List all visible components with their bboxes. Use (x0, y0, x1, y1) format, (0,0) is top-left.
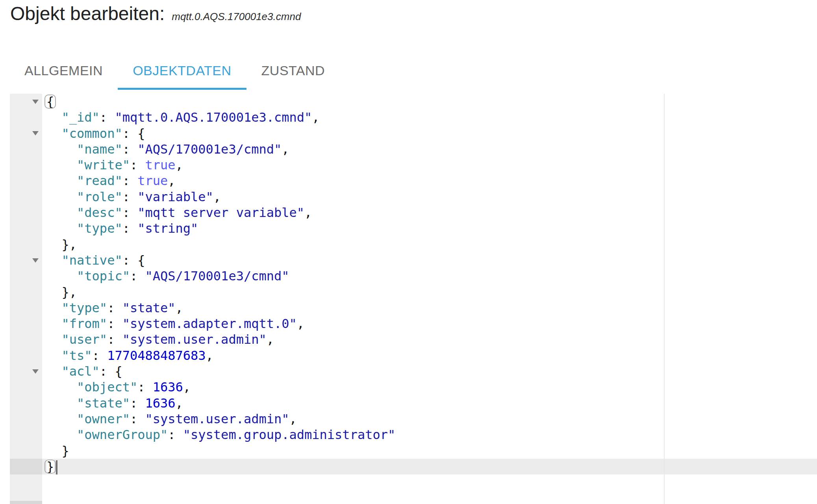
code-token (46, 126, 62, 141)
code-token: , (213, 189, 221, 204)
code-token (46, 364, 62, 379)
json-string-value: "system.user.admin" (145, 411, 289, 426)
tab-allgemein[interactable]: ALLGEMEIN (9, 51, 118, 90)
code-line[interactable]: "write": true, (46, 157, 817, 173)
json-key: "write" (77, 158, 130, 172)
code-token: : (107, 316, 122, 331)
json-key: "object" (77, 380, 137, 395)
json-key: "read" (77, 173, 122, 188)
code-token: : (92, 348, 107, 363)
code-line[interactable]: "user": "system.user.admin", (46, 332, 817, 347)
code-token (46, 269, 77, 284)
fold-chevron-down-icon[interactable] (32, 100, 39, 104)
code-token: : (107, 300, 122, 315)
fold-chevron-down-icon[interactable] (32, 131, 39, 135)
json-string-value: "AQS/170001e3/cmnd" (145, 269, 289, 284)
code-line[interactable]: "type": "state", (46, 300, 817, 316)
code-line[interactable]: "acl": { (46, 363, 817, 379)
gutter-row (10, 459, 42, 474)
tab-zustand[interactable]: ZUSTAND (246, 51, 340, 90)
code-line[interactable]: "state": 1636, (46, 395, 817, 411)
tab-label: OBJEKTDATEN (133, 63, 231, 78)
tab-objektdaten[interactable]: OBJEKTDATEN (118, 51, 246, 90)
tab-label: ALLGEMEIN (24, 63, 103, 78)
code-token (46, 110, 62, 125)
code-token: : (122, 173, 138, 188)
fold-chevron-down-icon[interactable] (32, 369, 39, 374)
json-key: "type" (62, 300, 107, 315)
code-token: : (130, 396, 145, 411)
code-token: : (100, 110, 115, 125)
code-line[interactable]: "desc": "mqtt server variable", (46, 205, 817, 220)
code-token (46, 205, 77, 220)
code-line[interactable]: "read": true, (46, 173, 817, 189)
tab-label: ZUSTAND (261, 63, 325, 78)
code-token (46, 411, 77, 426)
code-token: , (206, 348, 213, 363)
code-token (46, 348, 62, 363)
code-line[interactable]: "type": "string" (46, 220, 817, 236)
json-boolean-value: true (137, 173, 168, 188)
code-token: : { (122, 126, 145, 141)
code-line[interactable]: "ts": 1770488487683, (46, 348, 817, 363)
code-token: : { (122, 253, 145, 268)
code-token: , (183, 380, 191, 395)
gutter-row (10, 252, 42, 268)
fold-chevron-down-icon[interactable] (32, 258, 39, 263)
code-token (46, 316, 62, 331)
print-margin-line (664, 94, 665, 504)
code-line[interactable]: "role": "variable", (46, 189, 817, 205)
gutter-bottom-strip (10, 501, 42, 504)
code-token (46, 189, 77, 204)
code-line[interactable]: "owner": "system.user.admin", (46, 411, 817, 427)
code-line[interactable]: "_id": "mqtt.0.AQS.170001e3.cmnd", (46, 109, 817, 125)
json-key: "role" (77, 189, 122, 204)
code-token: , (267, 332, 274, 347)
code-token: , (289, 411, 297, 426)
code-line[interactable]: "name": "AQS/170001e3/cmnd", (46, 141, 817, 157)
json-editor[interactable]: { "_id": "mqtt.0.AQS.170001e3.cmnd", "co… (10, 94, 817, 504)
code-token (46, 396, 77, 411)
json-key: "ownerGroup" (77, 427, 168, 442)
code-token: : (130, 158, 145, 172)
gutter-row (10, 427, 42, 443)
code-line[interactable]: { (46, 94, 817, 109)
code-line[interactable]: }, (46, 284, 817, 300)
object-id: mqtt.0.AQS.170001e3.cmnd (172, 11, 301, 23)
code-line[interactable]: "common": { (46, 126, 817, 141)
json-string-value: "system.adapter.mqtt.0" (122, 316, 297, 331)
code-line[interactable]: } (46, 443, 817, 459)
dialog-header: Objekt bearbeiten: mqtt.0.AQS.170001e3.c… (10, 2, 301, 25)
code-line[interactable]: "object": 1636, (46, 379, 817, 395)
code-line[interactable]: }, (46, 237, 817, 252)
json-key: "native" (62, 253, 122, 268)
code-token (46, 173, 77, 188)
code-token: : (122, 221, 138, 236)
code-line[interactable]: "topic": "AQS/170001e3/cmnd" (46, 268, 817, 284)
code-token (46, 427, 77, 442)
code-token: }, (46, 237, 77, 252)
editor-content[interactable]: { "_id": "mqtt.0.AQS.170001e3.cmnd", "co… (46, 94, 817, 474)
code-token: : { (100, 364, 122, 379)
gutter-row (10, 379, 42, 395)
code-line[interactable]: "native": { (46, 252, 817, 268)
gutter-row (10, 205, 42, 220)
json-number-value: 1636 (145, 396, 175, 411)
gutter-row (10, 126, 42, 141)
code-token: : (122, 205, 138, 220)
code-token: , (168, 173, 175, 188)
gutter-row (10, 94, 42, 109)
code-token: : (107, 332, 122, 347)
code-token: : (130, 269, 145, 284)
code-line-active[interactable]: } (42, 459, 817, 474)
json-number-value: 1636 (153, 380, 183, 395)
code-token: , (176, 396, 183, 411)
code-line[interactable]: "ownerGroup": "system.group.administrato… (46, 427, 817, 443)
code-line[interactable]: "from": "system.adapter.mqtt.0", (46, 316, 817, 332)
gutter-row (10, 109, 42, 125)
json-key: "_id" (62, 110, 100, 125)
gutter-row (10, 284, 42, 300)
gutter-row (10, 316, 42, 332)
code-token: : (137, 380, 153, 395)
gutter-row (10, 411, 42, 427)
